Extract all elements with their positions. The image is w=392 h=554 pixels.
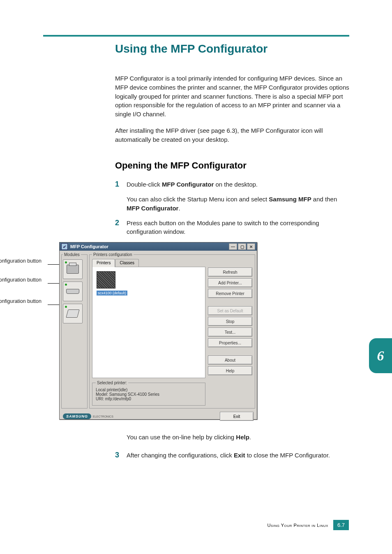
section-title: Using the MFP Configurator (115, 42, 349, 55)
step-number: 2 (115, 219, 127, 237)
maximize-button[interactable]: ▢ (238, 243, 246, 250)
step-3-text: After changing the configurations, click… (127, 451, 349, 460)
step-3: 3 After changing the configurations, cli… (115, 451, 349, 460)
step-1: 1 Double-click MFP Configurator on the d… (115, 180, 349, 212)
figure-area: Printers Configuration button Scanners C… (43, 242, 349, 420)
selected-line-1: Local printer(idle) (96, 388, 202, 392)
step-number: 1 (115, 180, 127, 212)
stop-button[interactable]: Stop (208, 317, 252, 326)
step-1-line-1: Double-click MFP Configurator on the des… (127, 180, 349, 189)
scanner-icon (66, 289, 79, 294)
printer-device-icon (97, 271, 115, 289)
subheading: Opening the MFP Configurator (115, 160, 349, 171)
intro-paragraph-2: After installing the MFP driver (see pag… (115, 126, 349, 144)
refresh-button[interactable]: Refresh (208, 268, 252, 277)
page-number: 6.7 (333, 520, 349, 530)
about-button[interactable]: About (208, 355, 252, 365)
printers-list-pane[interactable]: scx4100 (default) (92, 267, 205, 378)
brand-sub: ELECTRONICS (93, 415, 113, 418)
printer-item-label[interactable]: scx4100 (default) (97, 291, 127, 295)
window-app-icon: ✔ (61, 243, 68, 250)
step-2-after: You can use the on-line help by clicking… (127, 433, 349, 442)
tab-printers[interactable]: Printers (92, 259, 115, 267)
printer-icon (67, 265, 79, 274)
top-rule (43, 35, 349, 37)
help-button[interactable]: Help (208, 366, 252, 375)
set-default-button[interactable]: Set as Default (208, 306, 252, 315)
add-printer-button[interactable]: Add Printer... (208, 278, 252, 287)
modules-legend: Modules (63, 252, 81, 257)
exit-button[interactable]: Exit (220, 412, 254, 421)
step-1-line-2: You can also click the Startup Menu icon… (127, 195, 349, 213)
properties-button[interactable]: Properties... (208, 338, 252, 347)
printers-configuration-pane: Printers configuration Printers Classes … (89, 252, 255, 409)
scanners-config-button[interactable] (63, 282, 83, 301)
step-number: 3 (115, 451, 127, 460)
minimize-button[interactable]: — (229, 243, 237, 250)
window-title: MFP Configurator (70, 244, 108, 249)
window-titlebar[interactable]: ✔ MFP Configurator — ▢ ✕ (60, 242, 257, 251)
step-2-text: Press each button on the Modules pane to… (127, 219, 349, 237)
selected-printer-legend: Selected printer: (96, 381, 128, 385)
modules-pane: Modules (61, 252, 88, 409)
callout-printers-config: Printers Configuration button (0, 258, 42, 265)
intro-paragraph-1: MFP Configurator is a tool primarily int… (115, 74, 349, 119)
brand-logo: SAMSUNG (63, 413, 91, 419)
printers-config-legend: Printers configuration (92, 252, 134, 257)
test-button[interactable]: Test... (208, 328, 252, 337)
selected-line-3: URI: mfp:/dev/mfp0 (96, 397, 202, 401)
footer-text: Using Your Printer in Linux (267, 523, 328, 528)
chapter-tab: 6 (369, 338, 392, 373)
mfp-configurator-window: ✔ MFP Configurator — ▢ ✕ Modules Printer… (59, 242, 257, 420)
mfp-ports-config-button[interactable] (63, 304, 83, 323)
selected-line-2: Model: Samsung SCX-4100 Series (96, 392, 202, 397)
callout-scanners-config: Scanners Configuration button (0, 277, 42, 284)
step-2: 2 Press each button on the Modules pane … (115, 219, 349, 237)
tab-classes[interactable]: Classes (115, 259, 139, 267)
printers-config-button[interactable] (63, 259, 83, 279)
page-footer: Using Your Printer in Linux 6.7 (43, 520, 349, 530)
remove-printer-button[interactable]: Remove Printer (208, 289, 252, 298)
close-button[interactable]: ✕ (247, 243, 255, 250)
port-icon (66, 309, 79, 318)
selected-printer-box: Selected printer: Local printer(idle) Mo… (92, 381, 205, 406)
callout-mfp-ports-config: MFP Ports Configuration button (0, 298, 42, 305)
